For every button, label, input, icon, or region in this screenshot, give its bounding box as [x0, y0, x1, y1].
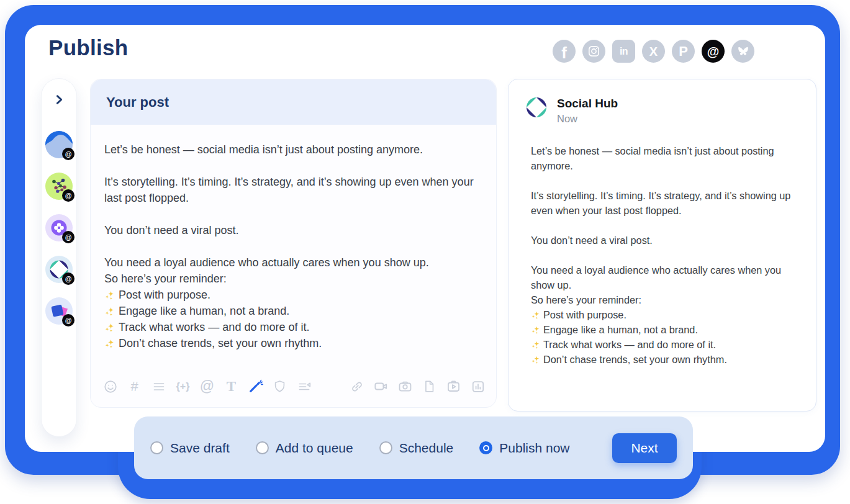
post-line-text: It’s storytelling. It’s timing. It’s str… [104, 176, 474, 204]
preview-author-name: Social Hub [557, 96, 618, 110]
threads-badge-icon: @ [62, 272, 75, 285]
post-line-text: Let’s be honest — social media isn’t jus… [531, 145, 774, 171]
sidebar-collapse-button[interactable] [42, 85, 76, 114]
network-selector: finXP@ [553, 40, 754, 63]
option-publish-now[interactable]: Publish now [479, 441, 569, 456]
option-label[interactable]: Add to queue [276, 441, 353, 456]
post-line-text: So here’s your reminder: [531, 294, 641, 305]
post-line-text: You need a loyal audience who actually c… [104, 256, 429, 269]
network-bluesky-icon[interactable] [731, 40, 754, 63]
chevron-right-icon [54, 94, 65, 105]
option-schedule[interactable]: Schedule [379, 441, 454, 456]
post-preview-panel: Social Hub Now Let’s be honest — social … [508, 79, 816, 412]
account-avatar-list: @@@@@ [42, 131, 76, 325]
post-line-text: Don’t chase trends, set your own rhythm. [543, 354, 727, 365]
toolbar-magic-wand-button[interactable] [247, 378, 264, 395]
option-label[interactable]: Publish now [499, 441, 569, 456]
video-file-icon [446, 379, 461, 394]
shield-icon [273, 379, 287, 394]
toolbar-emoji-button[interactable] [102, 378, 119, 395]
post-line: It’s storytelling. It’s timing. It’s str… [104, 174, 487, 206]
post-line-text: You don’t need a viral post. [104, 224, 239, 236]
sparkles-icon [104, 322, 115, 333]
toolbar-shield-button[interactable] [271, 378, 288, 395]
toolbar-video-button[interactable] [373, 378, 389, 395]
post-line: Post with purpose. [104, 287, 487, 303]
network-facebook-icon[interactable]: f [553, 40, 576, 63]
post-line-text: Track what works — and do more of it. [543, 339, 716, 350]
toolbar-chart-button[interactable] [469, 378, 486, 395]
post-line: So here’s your reminder: [531, 292, 792, 307]
post-line: Don’t chase trends, set your own rhythm. [531, 352, 792, 367]
radio-publish-now[interactable] [479, 441, 492, 454]
toolbar-text-lines-button[interactable] [150, 378, 167, 395]
threads-badge-icon: @ [62, 314, 75, 326]
network-pinterest-icon[interactable]: P [672, 40, 695, 63]
editor-header: Your post [91, 79, 496, 125]
emoji-icon [103, 379, 118, 394]
post-line: Track what works — and do more of it. [104, 319, 487, 335]
editor-title: Your post [106, 94, 169, 110]
threads-badge-icon: @ [62, 148, 75, 160]
account-avatar-2[interactable]: @ [45, 173, 73, 200]
link-icon [350, 379, 364, 394]
network-threads-icon[interactable]: @ [702, 40, 725, 63]
toolbar-list-end-button[interactable] [296, 378, 312, 395]
toolbar-link-button[interactable] [348, 378, 365, 395]
radio-save-draft[interactable] [150, 441, 163, 454]
network-linkedin-icon[interactable]: in [612, 40, 635, 63]
post-line: Track what works — and do more of it. [531, 337, 792, 352]
account-avatar-1[interactable]: @ [45, 131, 73, 158]
radio-add-to-queue[interactable] [256, 441, 269, 454]
option-add-to-queue[interactable]: Add to queue [256, 441, 353, 456]
camera-icon [397, 379, 413, 394]
option-label[interactable]: Save draft [170, 441, 230, 456]
post-line: Engage like a human, not a brand. [104, 303, 487, 319]
editor-toolbar: #{+}@T [102, 378, 486, 395]
network-instagram-icon[interactable] [582, 40, 605, 63]
toolbar-file-button[interactable] [421, 378, 438, 395]
toolbar-camera-button[interactable] [397, 378, 414, 395]
text-style-icon: T [227, 379, 236, 394]
chart-icon [471, 379, 486, 394]
post-line-text: Post with purpose. [119, 289, 210, 301]
preview-header: Social Hub Now [509, 79, 816, 125]
toolbar-text-style-button[interactable]: T [223, 378, 240, 395]
post-line-text: It’s storytelling. It’s timing. It’s str… [531, 190, 790, 216]
option-label[interactable]: Schedule [399, 441, 454, 456]
account-avatar-3[interactable]: @ [45, 214, 73, 241]
post-line-text: You need a loyal audience who actually c… [531, 264, 781, 290]
toolbar-video-file-button[interactable] [445, 378, 462, 395]
hashtag-icon: # [130, 380, 138, 394]
account-avatar-4[interactable]: @ [45, 256, 73, 283]
post-line: You need a loyal audience who actually c… [531, 263, 792, 292]
threads-badge-icon: @ [62, 189, 75, 202]
post-line [104, 206, 487, 222]
sparkles-icon [104, 338, 115, 349]
account-sidebar: @@@@@ [41, 78, 77, 437]
post-editor-panel: Your post Let’s be honest — social media… [90, 79, 497, 408]
threads-badge-icon: @ [62, 231, 75, 243]
sparkles-icon [531, 340, 540, 349]
post-line: You don’t need a viral post. [531, 233, 792, 248]
toolbar-snippet-button[interactable]: {+} [174, 378, 191, 395]
post-line [531, 248, 792, 263]
snippet-icon: {+} [176, 382, 190, 392]
next-button[interactable]: Next [612, 433, 677, 463]
toolbar-mention-button[interactable]: @ [199, 378, 215, 395]
post-editor[interactable]: Let’s be honest — social media isn’t jus… [91, 125, 496, 351]
account-avatar-5[interactable]: @ [45, 297, 73, 325]
preview-account-avatar [525, 96, 548, 122]
network-x-icon[interactable]: X [642, 40, 665, 63]
magic-wand-icon [248, 379, 263, 394]
radio-schedule[interactable] [379, 441, 392, 454]
post-line [104, 238, 487, 254]
mention-icon: @ [200, 379, 214, 394]
option-save-draft[interactable]: Save draft [150, 441, 230, 456]
toolbar-hashtag-button[interactable]: # [126, 378, 143, 395]
post-line: Let’s be honest — social media isn’t jus… [531, 143, 792, 173]
post-line: So here’s your reminder: [104, 271, 487, 287]
page-title: Publish [48, 35, 129, 60]
post-line [104, 158, 487, 174]
post-line: You need a loyal audience who actually c… [104, 254, 487, 271]
